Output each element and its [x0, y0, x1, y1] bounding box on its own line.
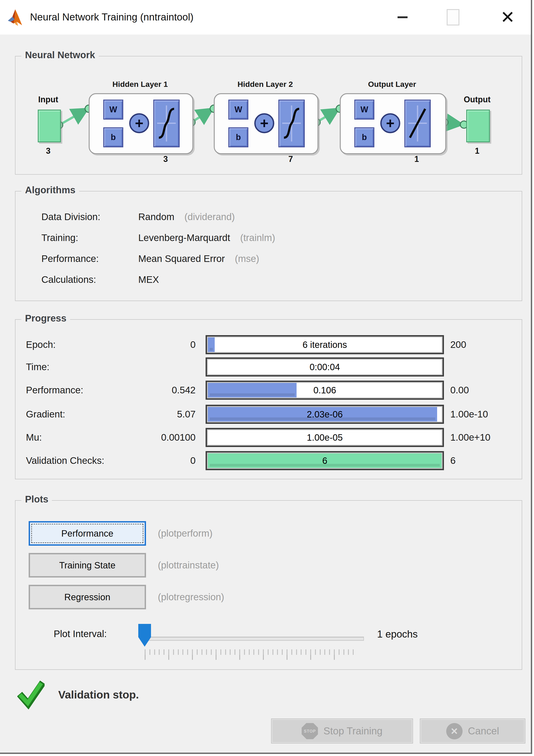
progress-min-value: 0.00100: [105, 427, 196, 447]
bias-block: b: [103, 127, 123, 147]
cancel-button[interactable]: ✕ Cancel: [420, 718, 525, 743]
layer-title: Hidden Layer 2: [214, 80, 317, 89]
output-size: 1: [461, 147, 493, 156]
progress-row-time: Time: 0:00:04: [15, 357, 521, 377]
close-button[interactable]: ✕: [494, 0, 521, 35]
minimize-button[interactable]: [389, 0, 416, 35]
maximize-button[interactable]: [439, 0, 467, 35]
titlebar: Neural Network Training (nntraintool) ✕: [0, 0, 531, 35]
algorithm-function: (dividerand): [184, 211, 235, 222]
slider-minor-ticks: [145, 649, 357, 655]
sum-node: +: [254, 113, 274, 133]
output-block: [466, 110, 490, 142]
layer-title: Hidden Layer 1: [89, 80, 191, 89]
algorithm-function: (trainlm): [240, 232, 275, 243]
section-title: Algorithms: [21, 185, 79, 196]
progress-min-value: 0: [105, 451, 196, 471]
algorithm-function: (mse): [235, 253, 259, 264]
progress-bar-text: 6: [208, 453, 442, 468]
progress-bar: 2.03e-06: [206, 405, 444, 424]
algorithm-value: Mean Squared Error: [138, 253, 225, 264]
progress-max-value: 6: [450, 451, 528, 471]
weight-block: W: [103, 99, 123, 120]
plot-interval-slider-track[interactable]: [144, 636, 364, 641]
stop-training-label: Stop Training: [323, 725, 382, 737]
progress-max-value: 0.00: [450, 380, 528, 400]
progress-bar: 0.106: [206, 381, 444, 400]
weight-block: W: [228, 99, 248, 120]
hidden-layer-1-block: W b +: [89, 93, 193, 154]
section-title: Plots: [21, 494, 52, 505]
progress-min-value: 0.542: [105, 380, 196, 400]
stop-training-button[interactable]: STOP Stop Training: [271, 718, 413, 743]
algorithm-value: MEX: [138, 274, 159, 285]
algorithm-label: Data Division:: [42, 211, 138, 222]
algorithm-row: Training: Levenberg-Marquardt (trainlm): [42, 230, 275, 245]
bias-block: b: [228, 127, 248, 147]
progress-bar: 1.00e-05: [206, 428, 444, 447]
training-state-plot-button[interactable]: Training State: [29, 553, 146, 578]
progress-label: Performance:: [26, 380, 83, 400]
progress-max-value: 1.00e-10: [450, 404, 528, 424]
algorithm-label: Performance:: [42, 253, 138, 264]
progress-max-value: [450, 357, 528, 377]
transfer-function-tansig: [153, 99, 180, 147]
window-title: Neural Network Training (nntraintool): [30, 0, 194, 35]
progress-max-value: 1.00e+10: [450, 427, 528, 447]
progress-bar: 0:00:04: [206, 358, 444, 377]
algorithm-label: Training:: [42, 232, 138, 243]
nntraintool-window: Neural Network Training (nntraintool) ✕ …: [0, 0, 532, 754]
plot-interval-label: Plot Interval:: [54, 629, 107, 639]
progress-max-value: 200: [450, 335, 528, 355]
progress-bar-text: 0.106: [208, 383, 442, 397]
progress-row-gradient: Gradient: 5.07 2.03e-06 1.00e-10: [15, 404, 521, 424]
plot-function-label: (plotperform): [158, 521, 212, 546]
algorithm-value: Levenberg-Marquardt: [138, 232, 230, 243]
progress-label: Gradient:: [26, 404, 65, 424]
plot-function-label: (plotregression): [158, 585, 224, 609]
sum-node: +: [380, 113, 400, 133]
progress-row-validation-checks: Validation Checks: 0 6 6: [15, 451, 521, 471]
algorithm-row: Calculations: MEX: [42, 272, 169, 287]
layer-size: 3: [152, 155, 179, 164]
transfer-function-purelin: [404, 99, 431, 147]
progress-min-value: 0: [105, 335, 196, 355]
maximize-icon: [447, 9, 460, 25]
performance-plot-button[interactable]: Performance: [29, 521, 146, 546]
cancel-x-icon: ✕: [446, 723, 463, 739]
progress-bar: 6 iterations: [206, 335, 444, 354]
algorithm-row: Performance: Mean Squared Error (mse): [42, 252, 259, 266]
weight-block: W: [354, 99, 374, 120]
algorithm-row: Data Division: Random (dividerand): [42, 210, 235, 224]
hidden-layer-2-block: W b +: [214, 93, 319, 154]
progress-bar-text: 6 iterations: [208, 338, 442, 352]
progress-label: Validation Checks:: [26, 451, 104, 471]
minimize-icon: [398, 16, 408, 18]
progress-bar-text: 1.00e-05: [208, 430, 442, 445]
progress-row-epoch: Epoch: 0 6 iterations 200: [15, 335, 521, 355]
matlab-logo-icon: [7, 8, 25, 26]
transfer-function-tansig: [278, 99, 305, 147]
status-message: Validation stop.: [58, 684, 139, 706]
cancel-label: Cancel: [468, 725, 499, 737]
progress-label: Mu:: [26, 427, 42, 447]
layer-size: 1: [403, 155, 430, 164]
progress-label: Epoch:: [26, 335, 56, 355]
progress-bar-text: 0:00:04: [208, 360, 442, 374]
input-block: [38, 110, 61, 142]
green-check-icon: [17, 680, 44, 709]
page-root: Neural Network Training (nntraintool) ✕ …: [0, 0, 534, 756]
sum-node: +: [129, 113, 149, 133]
section-algorithms: Algorithms Data Division: Random (divide…: [15, 191, 522, 301]
input-label: Input: [32, 95, 64, 105]
algorithm-value: Random: [138, 211, 175, 222]
progress-bar: 6: [206, 451, 444, 470]
algorithm-label: Calculations:: [42, 274, 138, 285]
output-label: Output: [461, 95, 493, 105]
bias-block: b: [354, 127, 374, 147]
stop-sign-icon: STOP: [301, 723, 318, 739]
progress-min-value: [105, 357, 196, 377]
plot-function-label: (plottrainstate): [158, 553, 219, 578]
output-layer-block: W b +: [340, 93, 446, 154]
regression-plot-button[interactable]: Regression: [29, 585, 146, 609]
